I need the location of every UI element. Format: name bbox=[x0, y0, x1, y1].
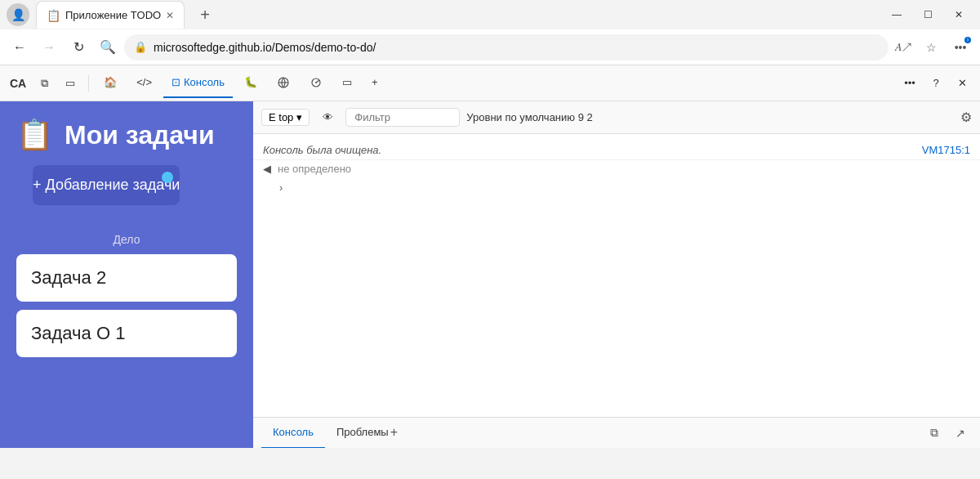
app-header: 📋 Мои задачи bbox=[0, 101, 253, 165]
browser-tab[interactable]: 📋 Приложение TODO ✕ bbox=[36, 1, 185, 29]
read-aloud-icon[interactable]: 𝐴↗ bbox=[892, 36, 915, 59]
tab-sources[interactable]: </> bbox=[128, 69, 160, 98]
address-input[interactable]: 🔒 microsoftedge.github.io/Demos/demo-to-… bbox=[124, 34, 889, 60]
title-bar: 👤 📋 Приложение TODO ✕ + — ☐ ✕ bbox=[0, 0, 980, 29]
console-output: Консоль была очищена. VM1715:1 ◀ не опре… bbox=[253, 134, 980, 417]
tab-network[interactable] bbox=[269, 69, 298, 98]
tab-favicon: 📋 bbox=[47, 9, 60, 22]
tab-performance[interactable] bbox=[301, 69, 331, 98]
task-item-2-label: Задача О 1 bbox=[31, 323, 125, 343]
dock-icon[interactable]: ⧉ bbox=[923, 422, 946, 445]
tab-debugger[interactable]: 🐛 bbox=[236, 69, 265, 98]
devtools-more-area: ••• ? ✕ bbox=[898, 72, 973, 95]
console-log-row-2: › bbox=[253, 177, 980, 198]
profile-icon[interactable]: 👤 bbox=[7, 3, 29, 26]
console-expand-arrow[interactable]: › bbox=[263, 180, 292, 195]
devtools-panel: E top ▾ 👁 Уровни по умолчанию 9 2 ⚙ Конс… bbox=[253, 101, 980, 448]
console-undefined-value: не определено bbox=[278, 163, 351, 175]
maximize-btn[interactable]: ☐ bbox=[913, 0, 942, 29]
tab-elements[interactable]: ▭ bbox=[334, 69, 360, 98]
bottom-right-icons: ⧉ ↗ bbox=[923, 422, 972, 445]
close-btn[interactable]: ✕ bbox=[944, 0, 973, 29]
title-bar-left: 👤 📋 Приложение TODO ✕ + bbox=[7, 1, 219, 29]
main-area: 📋 Мои задачи + Добавление задачи Дело За… bbox=[0, 101, 980, 448]
edge-menu-btn[interactable]: ••• i bbox=[947, 34, 973, 60]
tab-console-label: Консоль bbox=[184, 76, 225, 88]
tab-label: Приложение TODO bbox=[65, 9, 161, 21]
app-logo-icon: 📋 bbox=[16, 118, 53, 152]
tab-close-btn[interactable]: ✕ bbox=[166, 10, 174, 21]
rect-icon[interactable]: ▭ bbox=[59, 72, 82, 95]
context-dropdown-icon: ▾ bbox=[296, 111, 302, 123]
log-levels-label: Уровни по умолчанию 9 2 bbox=[466, 111, 954, 123]
bottom-add-icon[interactable]: + bbox=[390, 425, 398, 440]
app-sidebar: 📋 Мои задачи + Добавление задачи Дело За… bbox=[0, 101, 253, 448]
add-task-btn[interactable]: + Добавление задачи bbox=[33, 165, 180, 205]
eye-icon[interactable]: 👁 bbox=[316, 106, 339, 129]
forward-btn[interactable]: → bbox=[36, 34, 62, 60]
favorites-icon[interactable]: ☆ bbox=[920, 36, 942, 59]
undock-icon[interactable]: ↗ bbox=[949, 422, 972, 445]
address-right: 𝐴↗ ☆ ••• i bbox=[892, 34, 973, 60]
add-task-label: + Добавление задачи bbox=[33, 177, 180, 194]
filter-input[interactable] bbox=[345, 108, 460, 127]
ca-label[interactable]: CA bbox=[7, 72, 29, 95]
context-label: E top bbox=[269, 111, 293, 123]
devtools-more-btn[interactable]: ••• bbox=[898, 72, 921, 95]
console-collapse-arrow[interactable]: ◀ bbox=[263, 163, 271, 175]
minimize-btn[interactable]: — bbox=[882, 0, 911, 29]
bottom-tabs: Консоль Проблемы + ⧉ ↗ bbox=[253, 417, 980, 448]
console-log-row-1: ◀ не определено bbox=[253, 160, 980, 177]
add-task-wrapper: + Добавление задачи bbox=[0, 165, 253, 230]
search-btn[interactable]: 🔍 bbox=[95, 34, 121, 60]
tab-home[interactable]: 🏠 bbox=[96, 69, 125, 98]
context-select[interactable]: E top ▾ bbox=[261, 109, 310, 126]
tab-more[interactable]: + bbox=[363, 69, 386, 98]
devtools-toolbar: CA ⧉ ▭ 🏠 </> ⊡ Консоль 🐛 ▭ + ••• ? ✕ bbox=[0, 65, 980, 101]
devtools-close-btn[interactable]: ✕ bbox=[951, 72, 973, 95]
devtools-help-btn[interactable]: ? bbox=[924, 72, 947, 95]
refresh-btn[interactable]: ↻ bbox=[65, 34, 91, 60]
tab-console[interactable]: ⊡ Консоль bbox=[163, 69, 233, 98]
bottom-console-label: Консоль bbox=[273, 426, 314, 438]
app-title: Мои задачи bbox=[65, 120, 215, 150]
address-bar: ← → ↻ 🔍 🔒 microsoftedge.github.io/Demos/… bbox=[0, 29, 980, 65]
separator bbox=[88, 75, 89, 92]
bottom-tab-problems[interactable]: Проблемы + bbox=[325, 418, 409, 449]
console-settings-icon[interactable]: ⚙ bbox=[960, 110, 972, 125]
title-bar-right: — ☐ ✕ bbox=[882, 0, 973, 29]
url-text: microsoftedge.github.io/Demos/demo-to-do… bbox=[154, 41, 879, 54]
vm-link[interactable]: VM1715:1 bbox=[922, 144, 970, 156]
bottom-tab-console[interactable]: Консоль bbox=[261, 418, 325, 449]
task-item-1[interactable]: Задача 2 bbox=[16, 254, 237, 302]
console-toolbar: E top ▾ 👁 Уровни по умолчанию 9 2 ⚙ bbox=[253, 101, 980, 134]
svg-point-4 bbox=[315, 82, 317, 83]
bottom-problems-label: Проблемы bbox=[336, 426, 389, 438]
console-cleared-row: Консоль была очищена. VM1715:1 bbox=[253, 141, 980, 160]
new-tab-btn[interactable]: + bbox=[191, 1, 219, 29]
task-item-2[interactable]: Задача О 1 bbox=[16, 310, 237, 357]
lock-icon: 🔒 bbox=[134, 41, 147, 53]
console-cleared-text: Консоль была очищена. bbox=[263, 144, 381, 156]
task-item-1-label: Задача 2 bbox=[31, 267, 106, 288]
task-section-label: Дело bbox=[0, 230, 253, 254]
copy-icon[interactable]: ⧉ bbox=[33, 72, 56, 95]
back-btn[interactable]: ← bbox=[7, 34, 33, 60]
